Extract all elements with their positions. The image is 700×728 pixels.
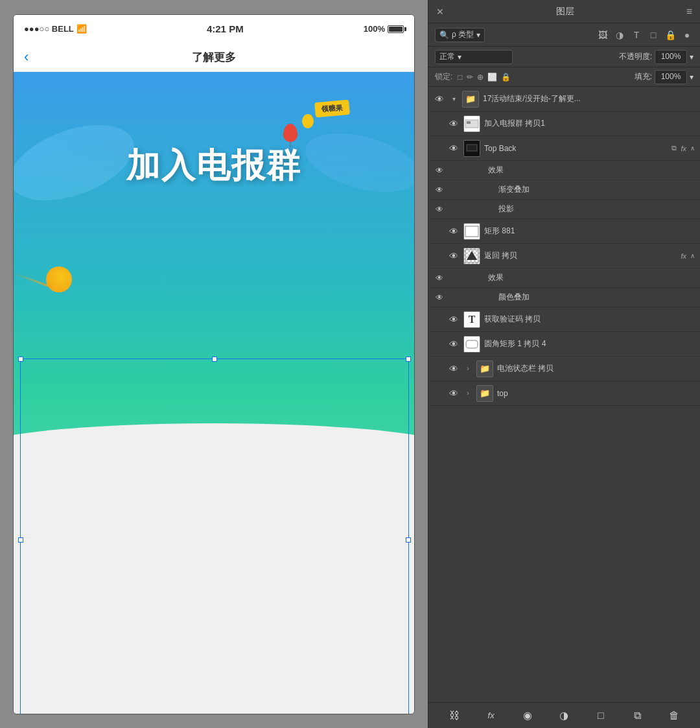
blend-mode-label: 正常 (439, 51, 455, 62)
opacity-chevron-icon: ▾ (690, 53, 694, 62)
nav-title: 了解更多 (192, 50, 236, 65)
layer-rounded-rect[interactable]: 👁 圆角矩形 1 拷贝 4 (428, 332, 700, 357)
panel-close-button[interactable]: ✕ (436, 6, 444, 17)
toolbar-circle-button[interactable]: ◉ (519, 707, 537, 725)
layers-list[interactable]: 👁 ▾ 📁 17活动结束/没开始-了解更... 👁 加入电报群 拷贝1 👁 To… (428, 87, 700, 702)
opacity-label: 不透明度: (619, 51, 652, 62)
eye-icon-battery[interactable]: 👁 (448, 363, 460, 375)
nav-bar: ‹ 了解更多 (14, 43, 414, 72)
eye-icon-top-back[interactable]: 👁 (448, 143, 460, 154)
filter-lock-icon[interactable]: 🔒 (664, 29, 677, 41)
filter-row: 🔍 ρ 类型 ▾ 🖼 ◑ T □ 🔒 ● (428, 23, 700, 47)
layer-join-group[interactable]: 👁 加入电报群 拷贝1 (428, 112, 700, 136)
lower-area (14, 474, 414, 714)
lock-move-icon[interactable]: ⊕ (477, 73, 484, 82)
filter-type-label: ρ 类型 (452, 29, 474, 40)
svg-rect-3 (467, 145, 477, 151)
layer-battery-group[interactable]: 👁 › 📁 电池状态栏 拷贝 (428, 357, 700, 381)
expand-icon-group-main[interactable]: ▾ (449, 95, 458, 104)
filter-adjust-icon[interactable]: ◑ (613, 29, 626, 41)
layer-top-group[interactable]: 👁 › 📁 top (428, 381, 700, 406)
opacity-input[interactable]: 100% (655, 50, 687, 64)
layer-name-verify: 获取验证码 拷贝 (484, 314, 695, 325)
filter-type-dropdown[interactable]: 🔍 ρ 类型 ▾ (435, 28, 485, 42)
filter-image-icon[interactable]: 🖼 (596, 29, 609, 41)
layer-name-rounded: 圆角矩形 1 拷贝 4 (484, 338, 695, 349)
chevron-top-back[interactable]: ∧ (690, 145, 695, 152)
fill-chevron-icon: ▾ (690, 73, 694, 82)
effect-row-top-back-effects: 👁 效果 (428, 161, 700, 180)
effect-label-return-effects: 效果 (449, 272, 504, 283)
thumb-group-main: 📁 (462, 91, 479, 108)
eye-icon-gradient[interactable]: 👁 (434, 184, 445, 196)
filter-text-icon[interactable]: T (630, 29, 643, 41)
balloon-red (283, 124, 298, 142)
thumb-top-back (463, 140, 480, 157)
lock-icons-group: □ ✏ ⊕ ⬜ 🔒 (458, 73, 510, 82)
lock-brush-icon[interactable]: ✏ (467, 73, 473, 82)
layers-panel: ✕ 图层 ≡ 🔍 ρ 类型 ▾ 🖼 ◑ T □ 🔒 ● 正常 ▾ 不透明度: 1… (428, 0, 700, 728)
status-right: 100% (364, 24, 404, 34)
panel-title-label: 图层 (556, 6, 574, 18)
thumb-battery: 📁 (476, 360, 493, 377)
toolbar-adjust-button[interactable]: ◑ (555, 707, 573, 725)
filter-shape-icon[interactable]: □ (647, 29, 660, 41)
fill-input[interactable]: 100% (655, 70, 687, 84)
eye-icon-effects-1[interactable]: 👁 (434, 165, 445, 176)
layer-rect-881[interactable]: 👁 矩形 881 (428, 219, 700, 244)
layer-return-copy[interactable]: 👁 返回 拷贝 fx ∧ (428, 244, 700, 268)
effect-row-return-effects: 👁 效果 (428, 268, 700, 288)
eye-icon-shadow[interactable]: 👁 (434, 204, 445, 215)
battery-icon (388, 25, 404, 33)
wifi-icon: 📶 (76, 24, 87, 34)
thumb-verify: T (463, 311, 480, 328)
lock-row: 锁定: □ ✏ ⊕ ⬜ 🔒 填充: 100% ▾ (428, 67, 700, 87)
effect-label-shadow: 投影 (449, 204, 514, 215)
toolbar-copy-button[interactable]: ⧉ (628, 707, 646, 725)
blend-mode-dropdown[interactable]: 正常 ▾ (435, 50, 513, 64)
layer-top-back[interactable]: 👁 Top Back ⧉ fx ∧ (428, 136, 700, 161)
lock-artboard-icon[interactable]: ⬜ (487, 73, 497, 82)
layer-name-group-main: 17活动结束/没开始-了解更... (483, 93, 695, 104)
status-time: 4:21 PM (207, 23, 244, 34)
battery-percent: 100% (364, 24, 385, 34)
chevron-return[interactable]: ∧ (690, 252, 695, 259)
flag-badge: 领糖果 (314, 99, 350, 117)
fill-section: 填充: 100% ▾ (635, 70, 694, 84)
banner: 领糖果 加入电报群 (14, 72, 414, 474)
svg-rect-6 (466, 340, 478, 348)
toolbar-trash-button[interactable]: 🗑 (665, 707, 683, 725)
eye-icon-color-overlay[interactable]: 👁 (434, 292, 445, 303)
panel-toolbar: ⛓ fx ◉ ◑ □ ⧉ 🗑 (428, 702, 700, 728)
eye-icon-rect-881[interactable]: 👁 (448, 226, 460, 237)
thumb-top: 📁 (476, 385, 493, 402)
effect-row-color-overlay: 👁 颜色叠加 (428, 288, 700, 307)
layer-name-return: 返回 拷贝 (484, 250, 677, 261)
thumb-return (463, 248, 480, 264)
toolbar-fx-button[interactable]: fx (482, 707, 500, 725)
eye-icon-return-effects[interactable]: 👁 (434, 272, 445, 284)
nav-back-button[interactable]: ‹ (24, 49, 29, 65)
layer-verify-code[interactable]: 👁 T 获取验证码 拷贝 (428, 307, 700, 332)
eye-icon-join[interactable]: 👁 (448, 118, 460, 130)
eye-icon-top[interactable]: 👁 (448, 388, 460, 399)
layer-name-rect-881: 矩形 881 (484, 226, 695, 237)
toolbar-link-button[interactable]: ⛓ (445, 707, 463, 725)
thumb-rect-881 (463, 223, 480, 240)
eye-icon-group-main[interactable]: 👁 (434, 93, 445, 105)
svg-rect-1 (467, 121, 471, 124)
filter-dot-icon[interactable]: ● (681, 29, 694, 41)
eye-icon-rounded[interactable]: 👁 (448, 338, 460, 350)
lock-all-icon[interactable]: 🔒 (501, 73, 511, 82)
layer-group-main[interactable]: 👁 ▾ 📁 17活动结束/没开始-了解更... (428, 87, 700, 112)
toolbar-folder-button[interactable]: □ (592, 707, 610, 725)
expand-icon-top[interactable]: › (463, 389, 472, 398)
eye-icon-return[interactable]: 👁 (448, 250, 460, 262)
panel-menu-button[interactable]: ≡ (686, 6, 692, 18)
lock-pixel-icon[interactable]: □ (458, 73, 462, 82)
layer-name-top: top (497, 389, 695, 398)
expand-icon-battery[interactable]: › (463, 364, 472, 373)
eye-icon-verify[interactable]: 👁 (448, 314, 460, 325)
layer-name-join: 加入电报群 拷贝1 (484, 118, 695, 129)
effect-row-gradient: 👁 渐变叠加 (428, 180, 700, 200)
